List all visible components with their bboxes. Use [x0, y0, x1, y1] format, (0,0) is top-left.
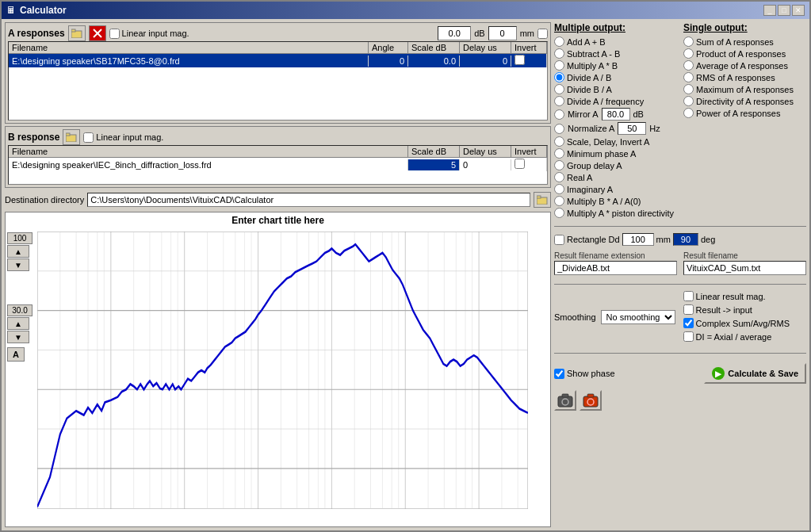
radio-subtract-a-b[interactable]: Subtract A - B — [554, 48, 677, 59]
dest-path-input[interactable] — [87, 193, 530, 207]
dd-value-input[interactable] — [622, 233, 654, 246]
divider-2 — [554, 284, 806, 285]
b-col-scale-db: Scale dB — [408, 146, 460, 157]
b-col-filename: Filename — [9, 146, 408, 157]
dest-browse-button[interactable] — [534, 192, 551, 208]
a-linear-input-mag-check[interactable] — [109, 29, 120, 39]
linear-result-mag-check[interactable]: Linear result mag. — [683, 291, 790, 301]
maximize-button[interactable]: □ — [778, 5, 790, 16]
radio-divide-b-a[interactable]: Divide B / A — [554, 84, 677, 94]
a-invert-cell — [511, 54, 547, 67]
b-linear-input-mag-check[interactable] — [83, 132, 94, 143]
a-filename-cell: E:\designing speaker\SB17MFC35-8@0.frd — [9, 55, 369, 67]
a-linear-input-mag-checkbox[interactable]: Linear input mag. — [109, 29, 189, 39]
result-ext-col: Result filename extension — [554, 251, 677, 275]
a-delay-us-cell: 0 — [460, 55, 511, 67]
a-invert-check[interactable] — [537, 29, 548, 39]
radio-sum-a[interactable]: Sum of A responses — [683, 36, 806, 47]
radio-product-a[interactable]: Product of A responses — [683, 48, 806, 59]
result-filename-input[interactable] — [683, 261, 806, 275]
mirror-value-input[interactable] — [602, 108, 630, 121]
close-button[interactable]: ✕ — [792, 5, 805, 16]
camera-button-1[interactable] — [554, 390, 576, 411]
radio-real-a[interactable]: Real A — [554, 172, 677, 182]
complex-sum-check[interactable]: Complex Sum/Avg/RMS — [683, 318, 790, 328]
single-output-title: Single output: — [683, 22, 806, 33]
camera-button-2[interactable] — [580, 390, 602, 411]
a-mm-unit: mm — [520, 29, 534, 38]
radio-multiply-b-a[interactable]: Multiply B * A / A(0) — [554, 196, 677, 206]
b-filename-cell: E:\designing speaker\IEC_8inch_diffracti… — [9, 159, 408, 170]
chart-area: Enter chart title here 100 ▲ ▼ 30.0 ▲ ▼ … — [5, 212, 551, 527]
result-row: Result filename extension Result filenam… — [554, 251, 806, 275]
radio-imaginary-a[interactable]: Imaginary A — [554, 184, 677, 194]
svg-rect-1 — [71, 29, 75, 32]
radio-rms-a[interactable]: RMS of A responses — [683, 72, 806, 82]
camera-row — [554, 390, 806, 411]
a-scale-db-cell: 0.0 — [408, 55, 460, 67]
radio-min-phase[interactable]: Minimum phase A — [554, 148, 677, 159]
result-ext-input[interactable] — [554, 261, 677, 275]
calc-save-label: Calculate & Save — [728, 369, 798, 378]
b-row-invert-check[interactable] — [515, 159, 525, 169]
show-phase-checkbox[interactable]: Show phase — [554, 369, 615, 379]
svg-rect-5 — [66, 133, 70, 136]
b-response-section: B response Linear input mag. — [5, 126, 551, 188]
zoom-up-right[interactable]: ▲ — [7, 317, 29, 330]
a-open-button[interactable] — [68, 25, 86, 41]
a-angle-cell: 0 — [369, 55, 408, 67]
a-mm-value-input[interactable] — [488, 26, 517, 40]
smoothing-select[interactable]: No smoothing 1/3 octave 1/6 octave 1/12 … — [601, 310, 675, 324]
zoom-down-right[interactable]: ▼ — [7, 331, 29, 343]
zoom-up-left[interactable]: ▲ — [7, 245, 29, 258]
b-open-button[interactable] — [63, 129, 80, 145]
chart-title[interactable]: Enter chart title here — [6, 212, 550, 228]
calc-icon: ▶ — [712, 367, 725, 380]
b-file-table: Filename Scale dB Delay us Invert E:\des… — [8, 145, 548, 185]
radio-directivity-a[interactable]: Directivity of A responses — [683, 96, 806, 106]
b-invert-cell — [511, 158, 547, 171]
result-filename-label: Result filename — [683, 251, 806, 260]
normalize-value-input[interactable] — [618, 122, 646, 135]
di-axial-check[interactable]: DI = Axial / average — [683, 331, 790, 342]
a-file-table: Filename Angle Scale dB Delay us Invert … — [8, 41, 548, 121]
a-table-row[interactable]: E:\designing speaker\SB17MFC35-8@0.frd 0… — [9, 54, 547, 67]
b-response-label: B response — [8, 132, 59, 143]
zoom-down-left[interactable]: ▼ — [7, 258, 29, 271]
multiple-output-title: Multiple output: — [554, 22, 677, 33]
svg-rect-7 — [537, 196, 541, 198]
radio-divide-a-b[interactable]: Divide A / B — [554, 72, 677, 82]
rect-checkbox[interactable] — [554, 235, 564, 245]
radio-group-delay[interactable]: Group delay A — [554, 160, 677, 170]
a-db-value-input[interactable] — [438, 26, 471, 40]
smoothing-label: Smoothing — [554, 312, 596, 322]
radio-scale-delay-invert[interactable]: Scale, Delay, Invert A — [554, 136, 677, 147]
radio-average-a[interactable]: Average of A responses — [683, 60, 806, 71]
deg-unit: deg — [701, 235, 715, 244]
b-scale-db-cell: 5 — [408, 159, 460, 170]
radio-multiply-a-b[interactable]: Multiply A * B — [554, 60, 677, 71]
main-window: 🖩 Calculator _ □ ✕ A responses — [0, 0, 811, 532]
zoom-controls-left: 100 ▲ ▼ 30.0 ▲ ▼ A — [7, 232, 33, 362]
minimize-button[interactable]: _ — [763, 5, 776, 16]
result-input-check[interactable]: Result -> input — [683, 304, 790, 315]
radio-multiply-a-piston[interactable]: Multiply A * piston directivity — [554, 208, 677, 218]
result-ext-label: Result filename extension — [554, 251, 677, 260]
dest-label: Destination directory — [5, 195, 84, 205]
rect-label: Rectangle — [567, 235, 606, 244]
radio-max-a[interactable]: Maximum of A responses — [683, 84, 806, 94]
window-body: A responses Linear input mag. — [2, 19, 809, 530]
a-row-invert-check[interactable] — [515, 55, 525, 65]
a-responses-label: A responses — [8, 28, 65, 39]
b-table-row[interactable]: E:\designing speaker\IEC_8inch_diffracti… — [9, 158, 547, 171]
zoom-level-right: 30.0 — [7, 304, 33, 316]
col-filename: Filename — [9, 42, 369, 53]
b-linear-input-mag-checkbox[interactable]: Linear input mag. — [83, 132, 163, 143]
radio-add-a-b[interactable]: Add A + B — [554, 36, 677, 47]
a-label-button[interactable]: A — [7, 347, 25, 362]
deg-value-input[interactable] — [673, 233, 698, 246]
calculate-save-button[interactable]: ▶ Calculate & Save — [704, 363, 806, 384]
radio-divide-a-freq[interactable]: Divide A / frequency — [554, 96, 677, 106]
radio-power-a[interactable]: Power of A responses — [683, 108, 806, 118]
a-delete-button[interactable] — [89, 25, 106, 41]
